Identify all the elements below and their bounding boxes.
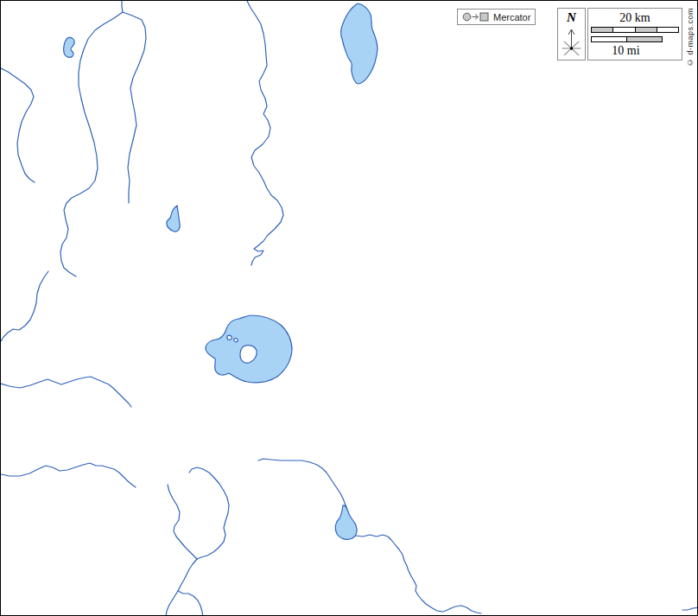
river-fork-stem bbox=[122, 1, 123, 12]
river-fork-east bbox=[123, 12, 146, 203]
scale-cell bbox=[627, 37, 662, 41]
scale-cell bbox=[657, 28, 678, 32]
river-west-horizontal-upper bbox=[1, 377, 131, 407]
river-south-stem bbox=[178, 559, 197, 591]
compass-rose-icon bbox=[561, 24, 582, 59]
river-south-loop-west bbox=[168, 485, 197, 559]
copyright-text: © d-maps.com bbox=[686, 8, 695, 67]
compass-north-label: N bbox=[567, 11, 576, 24]
projection-label: Mercator bbox=[493, 12, 530, 22]
river-south-outlet-west bbox=[166, 591, 178, 616]
map-svg bbox=[1, 1, 698, 616]
river-southeast-outflow bbox=[356, 535, 481, 613]
scale-km-label: 20 km bbox=[588, 12, 682, 24]
river-west-mid bbox=[1, 271, 48, 341]
scale-bar-mi bbox=[591, 36, 663, 42]
scale-box: 20 km 10 mi bbox=[587, 8, 682, 60]
scale-bar-km bbox=[591, 27, 679, 33]
scale-cell bbox=[592, 28, 613, 32]
river-south-loop-east bbox=[189, 467, 229, 559]
projection-legend: Mercator bbox=[457, 9, 536, 25]
compass-box: N bbox=[557, 8, 586, 60]
lake-north-large bbox=[341, 3, 378, 84]
projection-transform-icon bbox=[462, 11, 490, 22]
scale-cell bbox=[636, 28, 657, 32]
lake-central-with-islands bbox=[206, 315, 292, 383]
river-west-horizontal-lower bbox=[1, 463, 136, 487]
river-bottom-right bbox=[682, 607, 698, 610]
lake-south-small bbox=[335, 505, 357, 539]
river-south-outlet-east bbox=[178, 591, 203, 616]
scale-cell bbox=[592, 37, 627, 41]
scale-mi-label: 10 mi bbox=[588, 45, 663, 57]
map-canvas: Mercator N 20 km 10 mi © d-maps.com bbox=[0, 0, 698, 616]
river-west-upper bbox=[1, 68, 35, 182]
river-southeast-inflow bbox=[258, 459, 346, 507]
river-central bbox=[247, 1, 283, 265]
lake-northwest-small bbox=[64, 37, 74, 57]
scale-cell bbox=[613, 28, 635, 32]
lake-west-small bbox=[167, 206, 180, 232]
